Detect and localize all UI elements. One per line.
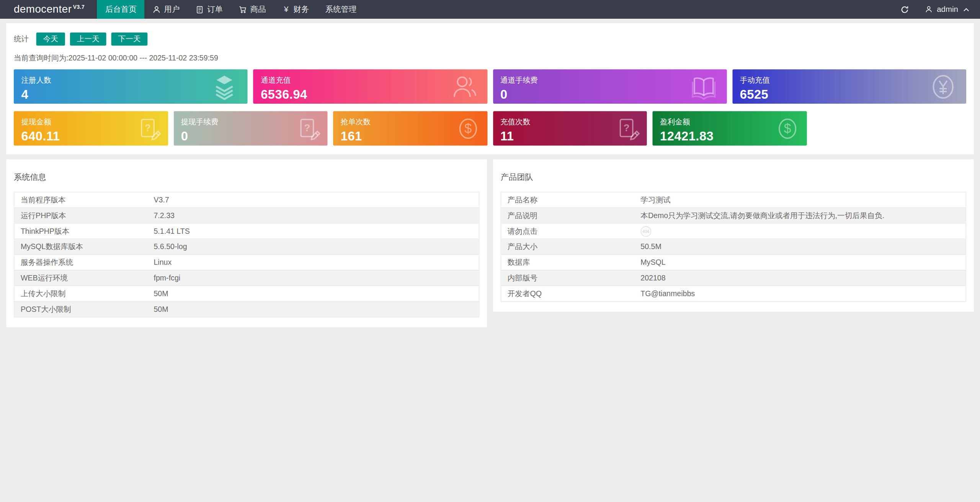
nav-item-finance[interactable]: ¥财务 [274,0,317,19]
row-label: 内部版号 [501,273,640,284]
stats-label: 统计 [14,34,29,44]
row-value: MySQL [640,258,965,267]
nav-item-label: 用户 [164,4,180,15]
stat-card-grab-order-count: 抢单次数161$ [333,111,487,146]
date-range-buttons: 今天上一天下一天 [31,33,148,46]
svg-text:$: $ [464,121,472,136]
stat-card-value: 6536.94 [261,88,480,102]
row-label: 运行PHP版本 [15,210,154,221]
stats-toolbar: 统计 今天上一天下一天 [14,33,966,46]
stat-card-value: 4 [21,88,240,102]
table-row: 产品说明本Demo只为学习测试交流,请勿要做商业或者用于违法行为,一切后果自负. [501,208,965,224]
nav-item-system[interactable]: 系统管理 [317,0,365,19]
svg-text:$: $ [784,121,791,136]
product-team-panel: 产品团队 产品名称学习测试产品说明本Demo只为学习测试交流,请勿要做商业或者用… [493,159,974,311]
stat-card-registered-users: 注册人数4 [14,69,248,104]
row-value: 50.5M [640,242,965,251]
stats-button-next-day[interactable]: 下一天 [111,33,148,46]
navbar-right: admin [892,0,980,19]
table-row: POST大小限制50M [15,302,479,317]
dollar-circle-icon: $ [774,115,800,142]
row-label: 开发者QQ [501,288,640,299]
stat-card-title: 通道手续费 [500,75,719,86]
brand-name: democenter [14,3,72,16]
row-label: 产品说明 [501,210,640,221]
stats-panel: 统计 今天上一天下一天 当前查询时间为:2025-11-02 00:00:00 … [6,23,973,154]
nav-item-label: 系统管理 [325,4,357,15]
table-row: 数据库MySQL [501,255,965,271]
table-row: ThinkPHP版本5.1.41 LTS [15,223,479,239]
stats-button-prev-day[interactable]: 上一天 [70,33,106,46]
info-panels-row: 系统信息 当前程序版本V3.7运行PHP版本7.2.33ThinkPHP版本5.… [6,159,973,327]
doc-edit-icon: ? [135,115,162,142]
dollar-circle-icon: $ [455,115,481,142]
nav-item-users[interactable]: 用户 [145,0,188,19]
nav-item-label: 商品 [250,4,266,15]
yen-icon: ¥ [282,5,290,13]
row-value: 5.6.50-log [154,242,479,251]
user-icon [925,5,933,13]
stat-card-title: 通道充值 [261,75,480,86]
nav-item-goods[interactable]: 商品 [231,0,274,19]
badge-404-link[interactable]: 404 [640,226,651,236]
row-label: MySQL数据库版本 [15,241,154,252]
users-icon [450,72,479,101]
table-row: 内部版号202108 [501,271,965,286]
product-team-title: 产品团队 [501,172,966,183]
doc-edit-icon: ? [295,115,322,142]
table-row: 产品名称学习测试 [501,192,965,208]
row-value: TG@tianmeibbs [640,289,965,298]
row-value: 5.1.41 LTS [154,227,479,236]
nav-item-label: 订单 [207,4,223,15]
row-label: ThinkPHP版本 [15,226,154,236]
nav-item-label: 财务 [293,4,309,15]
nav-item-orders[interactable]: 订单 [188,0,231,19]
row-value: 404 [640,226,965,236]
stat-card-recharge-count: 充值次数11? [493,111,647,146]
stat-card-title: 注册人数 [21,75,240,86]
row-value: 本Demo只为学习测试交流,请勿要做商业或者用于违法行为,一切后果自负. [640,210,965,221]
nav-item-home[interactable]: 后台首页 [97,0,145,19]
table-row: 请勿点击404 [501,223,965,239]
row-value: 学习测试 [640,195,965,205]
row-label: 数据库 [501,257,640,268]
brand-version: V3.7 [73,4,85,10]
table-row: WEB运行环境fpm-fcgi [15,271,479,286]
table-row: 运行PHP版本7.2.33 [15,208,479,224]
document-icon [196,5,204,13]
brand-logo[interactable]: democenterV3.7 [0,0,97,19]
stat-card-withdraw-fee: 提现手续费0? [173,111,327,146]
row-label: 请勿点击 [501,226,640,236]
table-row: 当前程序版本V3.7 [15,192,479,208]
product-team-table: 产品名称学习测试产品说明本Demo只为学习测试交流,请勿要做商业或者用于违法行为… [501,192,966,302]
row-label: 产品大小 [501,241,640,252]
main-nav: 后台首页用户订单商品¥财务系统管理 [97,0,365,19]
row-value: 202108 [640,274,965,282]
svg-text:?: ? [304,122,310,133]
row-label: 当前程序版本 [15,195,154,205]
row-label: POST大小限制 [15,304,154,315]
layers-icon [210,72,239,101]
row-value: fpm-fcgi [154,274,479,282]
row-label: 产品名称 [501,195,640,205]
table-row: MySQL数据库版本5.6.50-log [15,239,479,255]
system-info-table: 当前程序版本V3.7运行PHP版本7.2.33ThinkPHP版本5.1.41 … [14,192,479,317]
page: democenterV3.7 后台首页用户订单商品¥财务系统管理 admin 统… [0,0,980,502]
admin-menu[interactable]: admin [918,0,980,19]
stat-card-value: 0 [500,88,719,102]
stats-button-today[interactable]: 今天 [36,33,65,46]
stat-card-title: 手动充值 [740,75,959,86]
admin-username: admin [937,5,958,14]
row-label: 上传大小限制 [15,288,154,299]
top-navbar: democenterV3.7 后台首页用户订单商品¥财务系统管理 admin [0,0,980,19]
table-row: 产品大小50.5M [501,239,965,255]
refresh-button[interactable] [892,0,918,19]
svg-text:?: ? [624,122,630,133]
svg-text:?: ? [144,122,150,133]
book-icon [689,72,718,101]
query-time-text: 当前查询时间为:2025-11-02 00:00:00 --- 2025-11-… [14,53,966,64]
stat-card-value: 6525 [740,88,959,102]
row-label: 服务器操作系统 [15,257,154,268]
user-icon [153,5,161,13]
row-value: 50M [154,305,479,314]
